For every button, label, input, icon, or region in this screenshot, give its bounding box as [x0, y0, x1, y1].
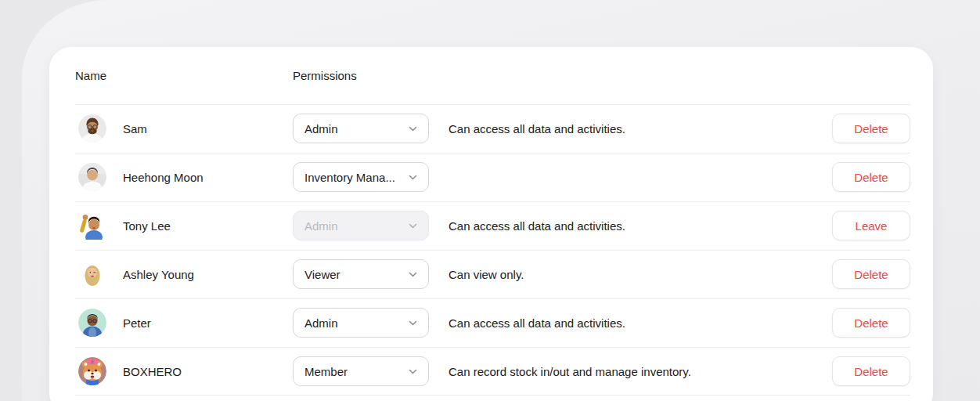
member-name-cell: Ashley Young	[78, 260, 293, 288]
permission-description: Can access all data and activities.	[449, 219, 625, 233]
permissions-select: Admin	[293, 211, 429, 240]
table-row: BOXHERO Member Can record stock in/out a…	[49, 347, 933, 396]
delete-button[interactable]: Delete	[832, 162, 910, 192]
member-name-cell: Tony Lee	[78, 211, 293, 240]
table-header: Name Permissions	[49, 47, 933, 104]
member-name: Tony Lee	[123, 219, 171, 233]
permissions-select-value: Member	[304, 365, 403, 378]
member-name: Ashley Young	[123, 268, 194, 281]
memoji-boy-waving-avatar	[78, 211, 106, 240]
leave-button[interactable]: Leave	[832, 211, 910, 240]
permissions-select-value: Viewer	[304, 268, 403, 281]
chevron-down-icon	[408, 269, 418, 280]
chevron-down-icon	[408, 318, 418, 328]
table-row: Tony Lee Admin Can access all data and a…	[49, 201, 933, 250]
delete-button[interactable]: Delete	[832, 114, 910, 143]
member-name: Heehong Moon	[123, 171, 204, 184]
column-header-permissions: Permissions	[293, 69, 357, 82]
delete-button[interactable]: Delete	[832, 356, 910, 386]
member-name: Sam	[123, 122, 147, 135]
table-row: Sam Admin Can access all data and activi…	[49, 104, 933, 153]
permissions-select[interactable]: Inventory Mana...	[293, 162, 429, 192]
chevron-down-icon	[408, 172, 418, 182]
table-row: Ashley Young Viewer Can view only. Delet…	[49, 250, 933, 298]
delete-button[interactable]: Delete	[832, 259, 910, 289]
permission-description: Can access all data and activities.	[449, 316, 625, 330]
permissions-select-value: Admin	[304, 219, 403, 233]
delete-button[interactable]: Delete	[832, 308, 910, 338]
permissions-select-value: Admin	[304, 316, 403, 330]
member-name: BOXHERO	[123, 365, 182, 378]
members-table-body: Sam Admin Can access all data and activi…	[49, 104, 933, 396]
column-header-name: Name	[75, 69, 293, 82]
permissions-select-value: Inventory Mana...	[304, 171, 403, 184]
permission-description: Can access all data and activities.	[449, 122, 625, 135]
permissions-select[interactable]: Admin	[293, 308, 429, 338]
fox-mascot-avatar	[78, 357, 106, 385]
chevron-down-icon	[408, 221, 418, 231]
permissions-select[interactable]: Member	[293, 356, 429, 386]
permission-description: Can record stock in/out and manage inven…	[449, 365, 691, 378]
member-name-cell: Heehong Moon	[78, 163, 293, 191]
member-name: Peter	[123, 316, 151, 330]
photo-man-mint-background-avatar	[78, 309, 106, 337]
memoji-blonde-woman-avatar	[78, 260, 106, 288]
permissions-select[interactable]: Admin	[293, 114, 429, 143]
members-permissions-card: Name Permissions Sam Admin Can access al…	[49, 47, 933, 401]
chevron-down-icon	[408, 367, 418, 377]
photo-man-white-shirt-avatar	[78, 163, 106, 191]
member-name-cell: BOXHERO	[78, 357, 293, 385]
permissions-select[interactable]: Viewer	[293, 259, 429, 289]
table-row: Heehong Moon Inventory Mana... Delete	[49, 153, 933, 201]
permission-description: Can view only.	[449, 268, 524, 281]
memoji-man-glasses-beard-avatar	[78, 114, 106, 143]
member-name-cell: Sam	[78, 114, 293, 143]
table-row: Peter Admin Can access all data and acti…	[49, 298, 933, 347]
permissions-select-value: Admin	[304, 122, 403, 135]
member-name-cell: Peter	[78, 309, 293, 337]
chevron-down-icon	[408, 124, 418, 134]
